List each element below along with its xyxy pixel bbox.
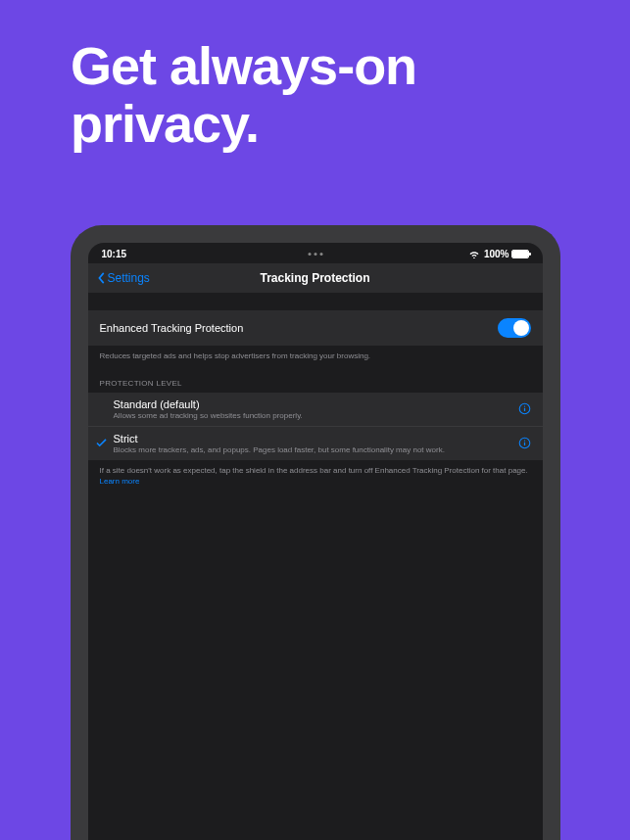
toggle-description: Reduces targeted ads and helps stop adve… <box>88 346 543 361</box>
option-strict[interactable]: Strict Blocks more trackers, ads, and po… <box>88 426 543 460</box>
option-title: Standard (default) <box>114 398 511 410</box>
status-time: 10:15 <box>102 249 127 259</box>
back-label: Settings <box>108 271 150 285</box>
enhanced-tracking-toggle[interactable] <box>498 318 531 338</box>
status-bar: 10:15 100% <box>88 243 543 263</box>
svg-point-2 <box>523 406 524 407</box>
check-slot <box>96 398 114 399</box>
nav-bar: Settings Tracking Protection <box>88 263 543 293</box>
option-title: Strict <box>114 433 511 444</box>
option-standard[interactable]: Standard (default) Allows some ad tracki… <box>88 393 543 426</box>
chevron-left-icon <box>98 272 106 284</box>
option-subtitle: Allows some ad tracking so websites func… <box>114 411 511 420</box>
battery-percentage: 100% <box>484 249 509 259</box>
multitask-dots-icon <box>308 253 322 256</box>
info-icon[interactable] <box>518 402 531 415</box>
option-subtitle: Blocks more trackers, ads, and popups. P… <box>114 445 511 454</box>
page-title: Tracking Protection <box>260 271 369 285</box>
check-icon <box>96 439 107 447</box>
settings-content: Enhanced Tracking Protection Reduces tar… <box>88 293 543 840</box>
device-frame: 10:15 100% Setti <box>71 225 560 840</box>
wifi-icon <box>468 250 480 258</box>
battery-icon <box>511 250 529 258</box>
protection-level-header: PROTECTION LEVEL <box>88 361 543 393</box>
device-screen: 10:15 100% Setti <box>88 243 543 840</box>
svg-point-5 <box>523 441 524 442</box>
toggle-label: Enhanced Tracking Protection <box>100 322 244 334</box>
learn-more-link[interactable]: Learn more <box>88 476 543 486</box>
promo-headline: Get always-on privacy. <box>71 37 559 154</box>
enhanced-tracking-row[interactable]: Enhanced Tracking Protection <box>88 310 543 346</box>
back-button[interactable]: Settings <box>98 271 150 285</box>
protection-footer: If a site doesn't work as expected, tap … <box>88 460 543 476</box>
info-icon[interactable] <box>518 437 531 449</box>
